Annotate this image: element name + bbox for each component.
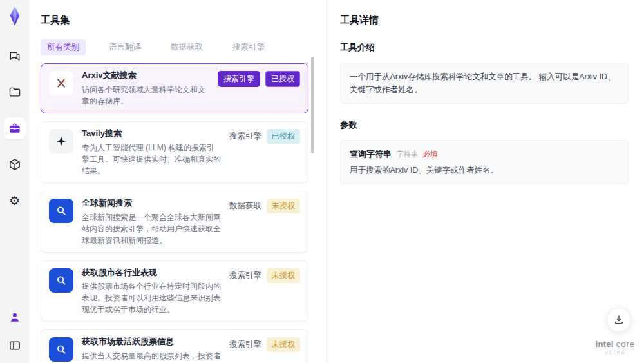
param-type: 字符串 <box>396 150 419 159</box>
briefcase-icon <box>8 122 21 135</box>
tool-badges: 搜索引擎 已授权 <box>229 129 300 144</box>
intel-product-text: core <box>616 339 635 349</box>
category-badge: 搜索引擎 <box>229 131 261 142</box>
intel-core-badge: intel core ULTRA <box>596 340 635 355</box>
tool-name: 全球新闻搜索 <box>82 197 221 210</box>
page-title: 工具集 <box>41 14 308 26</box>
tool-name: Arxiv文献搜索 <box>82 70 209 82</box>
tool-list: Arxiv文献搜索 访问各个研究领域大量科学论文和文章的存储库。 搜索引擎 已授… <box>41 63 308 363</box>
tool-badges: 数据获取 未授权 <box>229 199 300 213</box>
tool-info: 全球新闻搜索 全球新闻搜索是一个聚合全球各大新闻网站内容的搜索引擎，帮助用户快速… <box>82 197 221 246</box>
tool-card[interactable]: Arxiv文献搜索 访问各个研究领域大量科学论文和文章的存储库。 搜索引擎 已授… <box>41 63 308 113</box>
app-logo <box>5 5 24 27</box>
arxiv-logo-icon <box>49 71 73 95</box>
tool-name: Tavily搜索 <box>82 128 221 140</box>
sidebar-item-collapse[interactable] <box>4 335 26 357</box>
tool-info: Tavily搜索 专为人工智能代理 (LLM) 构建的搜索引擎工具。可快速提供实… <box>82 128 221 177</box>
download-button[interactable] <box>607 308 631 332</box>
chat-icon <box>8 50 21 63</box>
tool-info: 获取市场最活跃股票信息 提供当天交易量最高的股票列表，投资者可以利用这些信息来识… <box>82 336 221 363</box>
category-tab[interactable]: 数据获取 <box>164 39 209 55</box>
gem-logo-icon <box>6 6 24 26</box>
tool-description: 提供当天交易量最高的股票列表，投资者可以利用这些信息来识别流动性强的股票和潜在的… <box>82 350 221 363</box>
auth-status-badge: 未授权 <box>267 199 300 213</box>
auth-status-badge: 已授权 <box>267 129 300 144</box>
intro-heading: 工具介绍 <box>340 42 629 54</box>
tool-intro-text: 一个用于从Arxiv存储库搜索科学论文和文章的工具。 输入可以是Arxiv ID… <box>340 63 629 104</box>
category-tab[interactable]: 语言翻译 <box>102 39 147 55</box>
details-title: 工具详情 <box>340 14 629 26</box>
tool-name: 获取股市各行业表现 <box>82 267 221 279</box>
auth-status-badge: 未授权 <box>267 268 300 283</box>
category-badge: 搜索引擎 <box>229 270 261 281</box>
scrollbar-thumb[interactable] <box>311 57 314 153</box>
param-name: 查询字符串 <box>350 148 392 160</box>
sidebar-item-toolbox[interactable] <box>4 117 26 139</box>
tool-details-panel: 工具详情 工具介绍 一个用于从Arxiv存储库搜索科学论文和文章的工具。 输入可… <box>327 0 644 363</box>
category-badge: 数据获取 <box>229 201 261 211</box>
tools-panel: 工具集 所有类别 语言翻译 数据获取 搜索引擎 <box>29 0 327 363</box>
tool-description: 专为人工智能代理 (LLM) 构建的搜索引擎工具。可快速提供实时、准确和真实的结… <box>82 142 221 177</box>
category-badge: 搜索引擎 <box>218 71 260 87</box>
gear-icon: ⚙ <box>9 195 20 207</box>
tool-badges: 搜索引擎 已授权 <box>218 71 300 87</box>
category-tabs: 所有类别 语言翻译 数据获取 搜索引擎 <box>41 39 308 55</box>
cube-icon <box>8 158 21 171</box>
tool-badges: 搜索引擎 未授权 <box>229 268 300 283</box>
sidebar-item-models[interactable] <box>4 153 26 175</box>
category-badge: 搜索引擎 <box>229 339 261 350</box>
blue-search-icon <box>49 199 73 223</box>
tool-badges: 搜索引擎 未授权 <box>229 337 300 352</box>
tool-card[interactable]: 全球新闻搜索 全球新闻搜索是一个聚合全球各大新闻网站内容的搜索引擎，帮助用户快速… <box>41 191 308 253</box>
param-required-flag: 必填 <box>423 150 438 159</box>
icon-rail: ⚙ <box>0 0 29 363</box>
tavily-logo-icon <box>49 129 73 153</box>
blue-search-icon <box>49 337 73 362</box>
tool-info: Arxiv文献搜索 访问各个研究领域大量科学论文和文章的存储库。 <box>82 70 209 107</box>
tool-description: 提供股票市场各个行业在特定时间段内的表现。投资者可以利用这些信息来识别表现优于或… <box>82 280 221 315</box>
blue-search-icon <box>49 268 73 293</box>
sidebar-item-files[interactable] <box>4 81 26 103</box>
params-heading: 参数 <box>340 119 629 131</box>
tool-card[interactable]: 获取市场最活跃股票信息 提供当天交易量最高的股票列表，投资者可以利用这些信息来识… <box>41 329 308 363</box>
tool-card[interactable]: Tavily搜索 专为人工智能代理 (LLM) 构建的搜索引擎工具。可快速提供实… <box>41 121 308 183</box>
param-item: 查询字符串 字符串 必填 用于搜索的Arxiv ID、关键字或作者姓名。 <box>340 140 629 184</box>
folder-icon <box>8 86 21 99</box>
tool-name: 获取市场最活跃股票信息 <box>82 336 221 348</box>
tool-description: 全球新闻搜索是一个聚合全球各大新闻网站内容的搜索引擎，帮助用户快速获取全球最新资… <box>82 211 221 246</box>
param-description: 用于搜索的Arxiv ID、关键字或作者姓名。 <box>350 165 619 176</box>
app-window: ⚙ 工具集 所有类别 语言 <box>0 0 644 363</box>
panel-toggle-icon <box>8 339 21 352</box>
auth-status-badge: 未授权 <box>267 337 300 352</box>
category-tab[interactable]: 所有类别 <box>41 39 86 55</box>
tool-card[interactable]: 获取股市各行业表现 提供股票市场各个行业在特定时间段内的表现。投资者可以利用这些… <box>41 260 308 322</box>
sidebar-item-chat[interactable] <box>4 45 26 67</box>
auth-status-badge: 已授权 <box>265 71 300 87</box>
tool-info: 获取股市各行业表现 提供股票市场各个行业在特定时间段内的表现。投资者可以利用这些… <box>82 267 221 316</box>
user-icon <box>8 311 21 324</box>
tool-description: 访问各个研究领域大量科学论文和文章的存储库。 <box>82 84 209 107</box>
download-icon <box>613 314 625 326</box>
intel-brand-text: intel <box>596 339 614 349</box>
sidebar-item-settings[interactable]: ⚙ <box>4 190 26 211</box>
sidebar-item-account[interactable] <box>4 306 26 328</box>
intel-ultra-text: ULTRA <box>596 350 635 355</box>
category-tab[interactable]: 搜索引擎 <box>226 39 271 55</box>
